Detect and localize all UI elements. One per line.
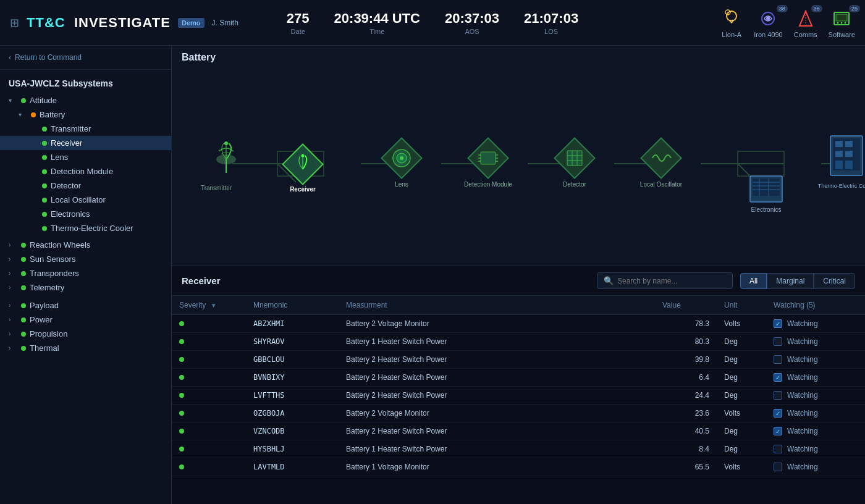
watching-checkbox[interactable] bbox=[774, 409, 782, 418]
tel-label: Telemetry bbox=[30, 283, 64, 292]
table-section: Receiver 🔍 All Marginal Critical bbox=[172, 266, 865, 504]
sidebar-item-reaction-wheels[interactable]: › Reaction Wheels bbox=[0, 238, 171, 252]
sidebar-item-battery[interactable]: ▾ Battery bbox=[0, 107, 171, 122]
tool-software[interactable]: 25 Software bbox=[829, 7, 855, 38]
node-transmitter[interactable]: Transmitter bbox=[201, 141, 236, 191]
cell-unit: Volts bbox=[717, 315, 766, 333]
sidebar-item-electronics[interactable]: Electronics bbox=[0, 207, 171, 221]
sidebar-item-propulsion[interactable]: › Propulsion bbox=[0, 327, 171, 341]
svg-rect-68 bbox=[845, 151, 853, 157]
app-title-text: INVESTIGATE bbox=[74, 15, 171, 30]
detector-label: Detector bbox=[51, 181, 81, 190]
node-detection-module[interactable]: Detection Module bbox=[464, 138, 512, 188]
cell-severity bbox=[172, 440, 246, 458]
expand-power-icon: › bbox=[9, 316, 17, 323]
cell-value: 8.4 bbox=[655, 440, 717, 458]
header-center: 275 Date 20:39:44 UTC Time 20:37:03 AOS … bbox=[287, 10, 578, 35]
sidebar-item-detection-module[interactable]: Detection Module bbox=[0, 164, 171, 178]
cell-mnemonic: OZGBOJA bbox=[246, 405, 339, 422]
cell-measurement: Battery 2 Voltage Monitor bbox=[339, 405, 655, 422]
sidebar-item-telemetry[interactable]: › Telemetry bbox=[0, 280, 171, 295]
table-row: BVNBIXY Battery 2 Heater Switch Power 6.… bbox=[172, 369, 865, 387]
node-thermo-electric[interactable]: Thermo-Electric Cooler bbox=[818, 136, 865, 189]
watching-checkbox[interactable] bbox=[774, 319, 782, 328]
time-label: Time bbox=[334, 28, 420, 35]
sidebar-item-lens[interactable]: Lens bbox=[0, 150, 171, 164]
sidebar-item-sun-sensors[interactable]: › Sun Sensors bbox=[0, 252, 171, 266]
sidebar-item-payload[interactable]: › Payload bbox=[0, 298, 171, 313]
filter-all-button[interactable]: All bbox=[740, 273, 767, 289]
transmitter-label: Transmitter bbox=[51, 124, 91, 133]
lens-label: Lens bbox=[51, 153, 68, 162]
back-link[interactable]: ‹ Return to Command bbox=[0, 46, 171, 70]
tool-comms[interactable]: 38 Comms bbox=[794, 7, 817, 38]
payload-status-dot bbox=[21, 303, 26, 308]
cell-severity bbox=[172, 405, 246, 422]
cell-severity bbox=[172, 351, 246, 369]
sidebar-item-receiver[interactable]: Receiver bbox=[0, 136, 171, 150]
filter-critical-button[interactable]: Critical bbox=[814, 273, 855, 289]
tp-label: Transponders bbox=[30, 269, 79, 278]
comms-badge: 38 bbox=[811, 5, 822, 12]
watching-checkbox[interactable] bbox=[774, 427, 782, 435]
comms-label: Comms bbox=[794, 31, 817, 38]
tool-lion-a[interactable]: Lion-A bbox=[720, 7, 743, 38]
watching-label: Watching bbox=[787, 337, 818, 346]
svg-text:Detector: Detector bbox=[563, 181, 586, 188]
watching-checkbox[interactable] bbox=[774, 337, 782, 346]
cell-mnemonic: HYSBHLJ bbox=[246, 440, 339, 458]
watching-label: Watching bbox=[787, 391, 818, 400]
col-severity[interactable]: Severity ▼ bbox=[172, 296, 246, 315]
search-input[interactable] bbox=[617, 277, 726, 285]
col-mnemonic: Mnemonic bbox=[246, 296, 339, 315]
sidebar-item-thermo[interactable]: Thermo-Electric Cooler bbox=[0, 221, 171, 235]
cell-measurement: Battery 1 Voltage Monitor bbox=[339, 458, 655, 476]
watching-checkbox[interactable] bbox=[774, 391, 782, 400]
cell-unit: Volts bbox=[717, 458, 766, 476]
receiver-status-dot bbox=[42, 141, 47, 146]
payload-label: Payload bbox=[30, 301, 59, 310]
sidebar-item-transponders[interactable]: › Transponders bbox=[0, 266, 171, 280]
watching-checkbox[interactable] bbox=[774, 463, 782, 471]
node-lens[interactable]: Lens bbox=[381, 138, 421, 188]
svg-rect-56 bbox=[753, 178, 780, 196]
sidebar-item-detector[interactable]: Detector bbox=[0, 178, 171, 193]
watching-checkbox[interactable] bbox=[774, 355, 782, 364]
sidebar-item-power[interactable]: › Power bbox=[0, 313, 171, 327]
time-value: 20:39:44 UTC bbox=[334, 10, 420, 27]
table-row: OZGBOJA Battery 2 Voltage Monitor 23.6 V… bbox=[172, 405, 865, 422]
expand-tp-icon: › bbox=[9, 270, 17, 277]
node-local-oscillator[interactable]: Local Oscillator bbox=[640, 138, 683, 188]
cell-watching: Watching bbox=[766, 422, 865, 440]
rw-label: Reaction Wheels bbox=[30, 240, 90, 250]
aos-value: 20:37:03 bbox=[445, 10, 499, 27]
search-box[interactable]: 🔍 bbox=[597, 272, 733, 289]
sidebar-item-local-oscillator[interactable]: Local Oscillator bbox=[0, 193, 171, 207]
sidebar-item-thermal[interactable]: › Thermal bbox=[0, 341, 171, 355]
cell-mnemonic: ABZXHMI bbox=[246, 315, 339, 333]
sidebar-item-transmitter[interactable]: Transmitter bbox=[0, 122, 171, 136]
header-aos: 20:37:03 AOS bbox=[445, 10, 499, 35]
sidebar: ‹ Return to Command USA-JWCLZ Subsystems… bbox=[0, 46, 172, 504]
node-electronics[interactable]: Electronics bbox=[750, 176, 782, 213]
tool-iron-4090[interactable]: 38 Iron 4090 bbox=[754, 7, 782, 38]
local-osc-status-dot bbox=[42, 198, 47, 203]
node-detector[interactable]: Detector bbox=[554, 138, 594, 188]
svg-point-4 bbox=[766, 17, 770, 20]
cell-severity bbox=[172, 422, 246, 440]
watching-checkbox[interactable] bbox=[774, 373, 782, 382]
watching-checkbox[interactable] bbox=[774, 445, 782, 453]
data-table-wrapper: Severity ▼ Mnemonic Measurment Value Uni… bbox=[172, 296, 865, 504]
cell-value: 24.4 bbox=[655, 387, 717, 405]
svg-rect-67 bbox=[835, 151, 843, 157]
thermo-status-dot bbox=[42, 226, 47, 231]
software-badge: 25 bbox=[849, 5, 860, 12]
header-time: 20:39:44 UTC Time bbox=[334, 10, 420, 35]
svg-rect-8 bbox=[836, 14, 847, 21]
back-arrow-icon: ‹ bbox=[9, 53, 11, 62]
tp-status-dot bbox=[21, 271, 26, 276]
content-area: Battery bbox=[172, 46, 865, 504]
grid-icon[interactable]: ⊞ bbox=[10, 16, 19, 30]
filter-marginal-button[interactable]: Marginal bbox=[767, 273, 814, 289]
sidebar-item-attitude[interactable]: ▾ Attitude bbox=[0, 93, 171, 107]
